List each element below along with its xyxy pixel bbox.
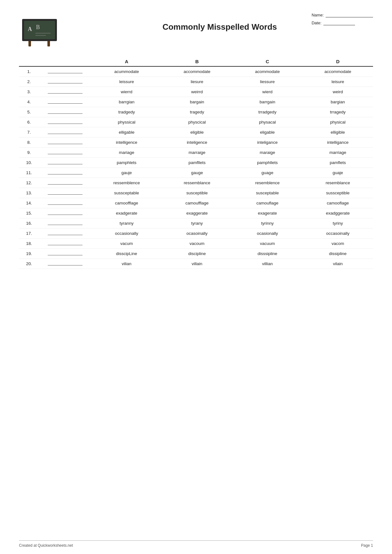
word-cell-a: ressemblence [91, 178, 162, 188]
word-cell-d: dissipline [303, 249, 373, 259]
word-cell-b: ressemblance [162, 178, 232, 188]
word-cell-a: wierrd [91, 87, 162, 97]
blackboard-icon: A B [19, 16, 60, 47]
word-cell-a: physsical [91, 117, 162, 127]
answer-blank[interactable] [39, 97, 91, 107]
answer-blank[interactable] [39, 198, 91, 208]
row-number: 14. [19, 198, 39, 208]
row-number: 6. [19, 117, 39, 127]
word-cell-c: camouflage [232, 198, 303, 208]
answer-blank[interactable] [39, 66, 91, 77]
word-cell-d: leisure [303, 77, 373, 87]
row-number: 12. [19, 178, 39, 188]
answer-blank[interactable] [39, 148, 91, 158]
answer-blank[interactable] [39, 218, 91, 228]
word-cell-a: barrgian [91, 97, 162, 107]
word-cell-d: occasoinally [303, 228, 373, 239]
word-cell-c: resemblence [232, 178, 303, 188]
answer-blank[interactable] [39, 127, 91, 137]
word-cell-b: accommodate [162, 66, 232, 77]
table-row: 9.mariagemarraigemaraigemarriage [19, 148, 373, 158]
word-cell-c: vacuum [232, 239, 303, 249]
col-d-header: D [303, 57, 373, 66]
col-b-header: B [162, 57, 232, 66]
answer-blank[interactable] [39, 77, 91, 87]
word-cell-c: inteligance [232, 137, 303, 148]
word-cell-d: trragedy [303, 107, 373, 117]
word-cell-d: vilain [303, 259, 373, 269]
word-cell-d: weird [303, 87, 373, 97]
word-cell-d: elligible [303, 127, 373, 137]
answer-blank[interactable] [39, 188, 91, 198]
name-field[interactable] [326, 13, 373, 17]
row-number: 20. [19, 259, 39, 269]
word-cell-b: camoufflage [162, 198, 232, 208]
word-cell-b: pamfllets [162, 158, 232, 168]
answer-blank[interactable] [39, 107, 91, 117]
word-cell-d: guaje [303, 168, 373, 178]
table-row: 12.ressemblenceressemblanceresemblencere… [19, 178, 373, 188]
word-cell-d: vacom [303, 239, 373, 249]
word-cell-c: disssipline [232, 249, 303, 259]
table-row: 5.tradgedytragedytrradgedytrragedy [19, 107, 373, 117]
date-label: Date: [312, 21, 322, 25]
date-field[interactable] [323, 21, 355, 25]
word-cell-a: occasionally [91, 228, 162, 239]
answer-blank[interactable] [39, 259, 91, 269]
table-row: 11.gaujegaugeguageguaje [19, 168, 373, 178]
word-cell-a: gauje [91, 168, 162, 178]
answer-blank[interactable] [39, 117, 91, 127]
word-cell-a: tyranny [91, 218, 162, 228]
row-number: 7. [19, 127, 39, 137]
table-row: 20.vilianvillainvillianvilain [19, 259, 373, 269]
word-cell-b: exaggerate [162, 208, 232, 218]
table-row: 10.pamphletspamflletspamphlletspamflets [19, 158, 373, 168]
answer-blank[interactable] [39, 208, 91, 218]
col-c-header: C [232, 57, 303, 66]
answer-blank[interactable] [39, 178, 91, 188]
word-cell-d: physical [303, 117, 373, 127]
word-cell-c: physacal [232, 117, 303, 127]
word-cell-b: liesure [162, 77, 232, 87]
word-cell-c: acommodate [232, 66, 303, 77]
word-cell-c: villian [232, 259, 303, 269]
table-row: 4.barrgianbargainbarrgainbargian [19, 97, 373, 107]
row-number: 18. [19, 239, 39, 249]
word-cell-d: tyriny [303, 218, 373, 228]
footer-right: Page 1 [361, 543, 373, 548]
word-cell-c: tyrinny [232, 218, 303, 228]
word-cell-b: physcical [162, 117, 232, 127]
table-row: 19.disscipLinedisciplinedisssiplinedissi… [19, 249, 373, 259]
answer-blank[interactable] [39, 158, 91, 168]
row-number: 4. [19, 97, 39, 107]
name-date-area: Name: Date: [312, 13, 373, 25]
word-cell-a: sussceptable [91, 188, 162, 198]
word-cell-c: eligable [232, 127, 303, 137]
table-row: 16.tyrannytyranytyrinnytyriny [19, 218, 373, 228]
table-row: 7.elligableeligibleeligableelligible [19, 127, 373, 137]
svg-text:A: A [28, 26, 32, 32]
answer-blank[interactable] [39, 87, 91, 97]
word-cell-c: pamphllets [232, 158, 303, 168]
name-label: Name: [312, 13, 324, 17]
answer-blank[interactable] [39, 239, 91, 249]
footer-left: Created at Quickworksheets.net [19, 543, 73, 548]
word-cell-d: accommodate [303, 66, 373, 77]
answer-blank[interactable] [39, 168, 91, 178]
word-cell-a: disscipLine [91, 249, 162, 259]
table-row: 3.wierrdweirrdwierdweird [19, 87, 373, 97]
word-cell-c: barrgain [232, 97, 303, 107]
answer-blank[interactable] [39, 228, 91, 239]
word-cell-a: pamphlets [91, 158, 162, 168]
word-cell-b: villain [162, 259, 232, 269]
table-row: 8.intelligenceinteligenceinteliganceinte… [19, 137, 373, 148]
word-cell-d: camooflage [303, 198, 373, 208]
word-cell-d: resemblance [303, 178, 373, 188]
word-cell-b: ocasoinally [162, 228, 232, 239]
table-row: 14.camoofflagecamoufflagecamouflagecamoo… [19, 198, 373, 208]
page: Name: Date: A B [0, 0, 392, 554]
word-cell-a: mariage [91, 148, 162, 158]
answer-blank[interactable] [39, 249, 91, 259]
word-cell-b: tyrany [162, 218, 232, 228]
answer-blank[interactable] [39, 137, 91, 148]
